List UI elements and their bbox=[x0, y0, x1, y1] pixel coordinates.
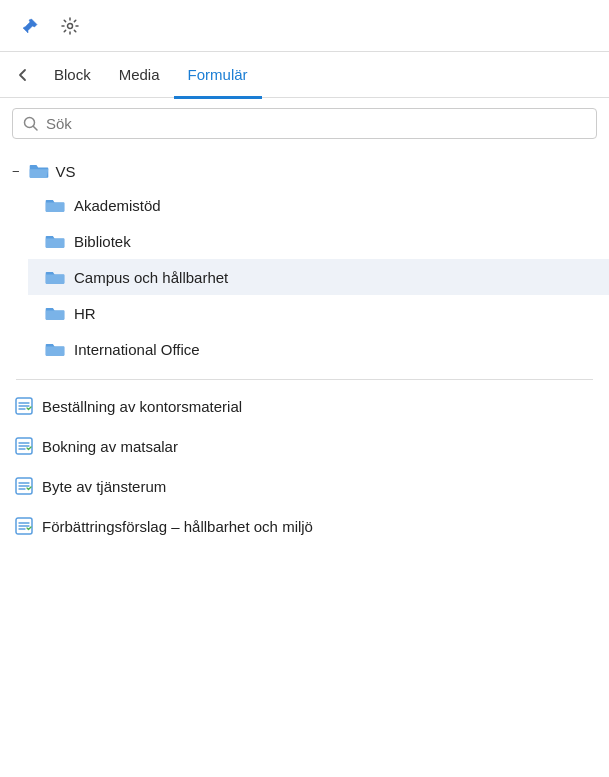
tree-item-campus[interactable]: Campus och hållbarhet bbox=[28, 259, 609, 295]
folder-open-icon bbox=[28, 162, 50, 180]
tree-section: − VS Akademistöd Bibliotek bbox=[0, 149, 609, 373]
tree-item-akademistod[interactable]: Akademistöd bbox=[28, 187, 609, 223]
settings-button[interactable] bbox=[52, 8, 88, 44]
pin-button[interactable] bbox=[12, 8, 48, 44]
tree-item-bibliotek[interactable]: Bibliotek bbox=[28, 223, 609, 259]
search-icon bbox=[23, 116, 38, 131]
form-item-3[interactable]: Förbättringsförslag – hållbarhet och mil… bbox=[0, 506, 609, 546]
form-icon bbox=[14, 396, 34, 416]
svg-point-0 bbox=[68, 23, 73, 28]
folder-closed-icon bbox=[44, 196, 66, 214]
folder-closed-icon bbox=[44, 340, 66, 358]
tree-root-vs[interactable]: − VS bbox=[0, 155, 609, 187]
tab-bar: Block Media Formulär bbox=[0, 52, 609, 98]
form-item-1[interactable]: Bokning av matsalar bbox=[0, 426, 609, 466]
tree-root-label: VS bbox=[56, 163, 76, 180]
tab-collapse-chevron[interactable] bbox=[8, 57, 36, 93]
form-list: Beställning av kontorsmaterial Bokning a… bbox=[0, 386, 609, 546]
tree-children: Akademistöd Bibliotek Campus och hållbar… bbox=[0, 187, 609, 367]
tree-item-hr[interactable]: HR bbox=[28, 295, 609, 331]
form-item-2[interactable]: Byte av tjänsterum bbox=[0, 466, 609, 506]
tree-collapse-icon: − bbox=[12, 164, 20, 179]
tab-block[interactable]: Block bbox=[40, 53, 105, 99]
tree-item-hr-label: HR bbox=[74, 305, 96, 322]
form-item-2-label: Byte av tjänsterum bbox=[42, 478, 166, 495]
tab-media-label: Media bbox=[119, 66, 160, 83]
form-item-3-label: Förbättringsförslag – hållbarhet och mil… bbox=[42, 518, 313, 535]
gear-icon bbox=[61, 17, 79, 35]
search-bar bbox=[12, 108, 597, 139]
tree-item-international[interactable]: International Office bbox=[28, 331, 609, 367]
tree-item-akademistod-label: Akademistöd bbox=[74, 197, 161, 214]
form-icon bbox=[14, 516, 34, 536]
form-item-0-label: Beställning av kontorsmaterial bbox=[42, 398, 242, 415]
tab-formular-label: Formulär bbox=[188, 66, 248, 83]
svg-line-2 bbox=[34, 127, 38, 131]
form-item-1-label: Bokning av matsalar bbox=[42, 438, 178, 455]
form-item-0[interactable]: Beställning av kontorsmaterial bbox=[0, 386, 609, 426]
form-icon bbox=[14, 436, 34, 456]
form-icon bbox=[14, 476, 34, 496]
tab-block-label: Block bbox=[54, 66, 91, 83]
toolbar bbox=[0, 0, 609, 52]
chevron-left-icon bbox=[17, 68, 27, 82]
section-divider bbox=[16, 379, 593, 380]
folder-closed-icon bbox=[44, 232, 66, 250]
tree-item-international-label: International Office bbox=[74, 341, 200, 358]
pin-icon bbox=[21, 17, 39, 35]
tree-item-campus-label: Campus och hållbarhet bbox=[74, 269, 228, 286]
folder-closed-icon bbox=[44, 268, 66, 286]
tab-media[interactable]: Media bbox=[105, 53, 174, 99]
tree-item-bibliotek-label: Bibliotek bbox=[74, 233, 131, 250]
search-input[interactable] bbox=[46, 115, 586, 132]
folder-closed-icon bbox=[44, 304, 66, 322]
tab-formular[interactable]: Formulär bbox=[174, 53, 262, 99]
